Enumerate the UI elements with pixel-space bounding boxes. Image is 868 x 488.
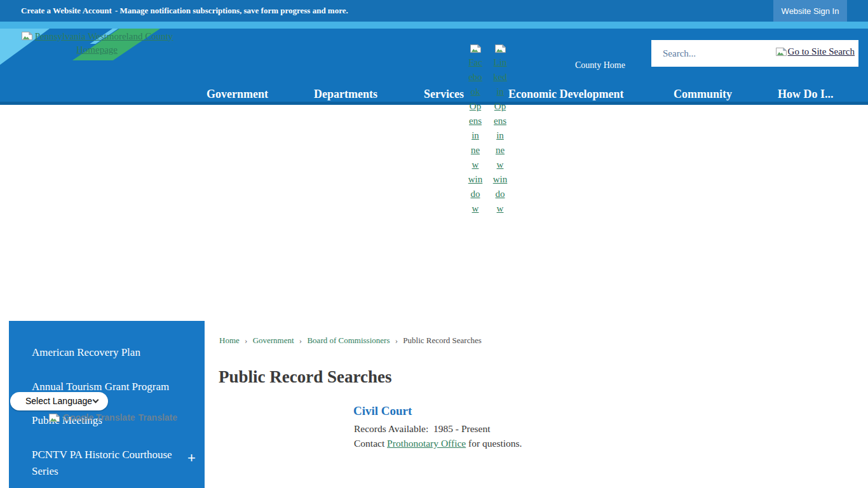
- site-header: Pennsylvania Westmoreland County Homepag…: [0, 29, 868, 105]
- google-translate-attribution[interactable]: Google TranslateTranslate: [48, 412, 177, 423]
- prothonotary-office-link[interactable]: Prothonotary Office: [387, 438, 466, 449]
- nav-how-do-i[interactable]: How Do I...: [778, 83, 834, 105]
- breadcrumb: Home › Government › Board of Commissione…: [219, 336, 482, 346]
- contact-prefix: Contact: [354, 438, 387, 449]
- linkedin-alt-line: ked: [489, 70, 511, 85]
- sidebar-item-pcntv-courthouse-series[interactable]: PCNTV PA Historic Courthouse Series: [32, 447, 182, 480]
- select-language-label: Select Language: [25, 396, 92, 406]
- linkedin-alt-line: in: [489, 128, 511, 143]
- civil-court-heading: Civil Court: [353, 404, 412, 418]
- facebook-alt-line: in: [465, 128, 486, 143]
- linkedin-alt-line: do: [489, 187, 511, 201]
- breadcrumb-separator: ›: [395, 336, 398, 345]
- facebook-alt-line: ne: [465, 143, 486, 158]
- breadcrumb-government[interactable]: Government: [253, 336, 294, 345]
- breadcrumb-board-of-commissioners[interactable]: Board of Commissioners: [307, 336, 390, 345]
- facebook-alt-line: Op: [465, 99, 486, 114]
- sidebar-expander-plus[interactable]: +: [187, 450, 196, 466]
- nav-departments[interactable]: Departments: [314, 83, 377, 105]
- linkedin-alt-line: Lin: [489, 55, 511, 70]
- linkedin-alt-line: Op: [489, 99, 511, 114]
- page-title: Public Record Searches: [219, 367, 391, 387]
- contact-suffix: for questions.: [466, 438, 522, 449]
- search-broken-image-icon: [775, 47, 787, 57]
- breadcrumb-separator: ›: [245, 336, 247, 345]
- account-message-bold: Create a Website Account: [21, 6, 112, 15]
- facebook-alt-line: do: [465, 187, 486, 201]
- chevron-down-icon: [93, 397, 99, 403]
- linkedin-alt-line: win: [489, 172, 511, 187]
- linkedin-alt-line: w: [489, 201, 511, 216]
- logo-alt-text: Pennsylvania Westmoreland County Homepag…: [35, 31, 173, 55]
- breadcrumb-current-page: Public Record Searches: [403, 336, 481, 345]
- account-message[interactable]: Create a Website Account- Manage notific…: [21, 0, 348, 22]
- header-accent-strip: [0, 22, 868, 29]
- facebook-link[interactable]: Fac ebo ok Op ens in ne w win do w: [465, 44, 486, 216]
- linkedin-alt-line: ens: [489, 114, 511, 128]
- breadcrumb-home[interactable]: Home: [219, 336, 240, 345]
- linkedin-alt-line: w: [489, 158, 511, 172]
- nav-government[interactable]: Government: [207, 83, 268, 105]
- linkedin-link[interactable]: Lin ked in Op ens in ne w win do w: [489, 44, 511, 216]
- linkedin-alt-line: ne: [489, 143, 511, 158]
- nav-economic-development[interactable]: Economic Development: [508, 83, 623, 105]
- logo-broken-image-icon: [21, 31, 33, 41]
- facebook-broken-image-icon: [470, 44, 482, 53]
- sidebar-item-american-recovery-plan[interactable]: American Recovery Plan: [32, 344, 182, 361]
- contact-text: Contact Prothonotary Office for question…: [354, 438, 522, 449]
- website-sign-in-button[interactable]: Website Sign In: [773, 0, 847, 22]
- search-box: Go to Site Search: [651, 40, 858, 67]
- go-to-site-search-link[interactable]: Go to Site Search: [775, 46, 855, 57]
- facebook-alt-line: ens: [465, 114, 486, 128]
- facebook-alt-line: ebo: [465, 70, 486, 85]
- nav-services[interactable]: Services: [424, 83, 464, 105]
- facebook-alt-line: w: [465, 201, 486, 216]
- google-translate-broken-image-icon: [48, 413, 60, 423]
- facebook-alt-line: ok: [465, 85, 486, 99]
- account-message-rest: - Manage notification subscriptions, sav…: [115, 6, 348, 15]
- top-account-bar: Create a Website Account- Manage notific…: [0, 0, 868, 22]
- select-language-dropdown[interactable]: Select Language: [10, 392, 108, 410]
- homepage-logo-link[interactable]: Pennsylvania Westmoreland County Homepag…: [19, 30, 175, 57]
- google-translate-alt-text: Google Translate: [63, 412, 135, 423]
- facebook-alt-line: Fac: [465, 55, 486, 70]
- linkedin-alt-line: in: [489, 85, 511, 99]
- translate-label: Translate: [139, 412, 177, 423]
- nav-community[interactable]: Community: [674, 83, 732, 105]
- search-input[interactable]: [661, 44, 766, 63]
- facebook-alt-line: win: [465, 172, 486, 187]
- facebook-alt-line: w: [465, 158, 486, 172]
- go-to-site-search-label: Go to Site Search: [788, 46, 855, 57]
- county-home-link[interactable]: County Home: [575, 60, 625, 71]
- linkedin-broken-image-icon: [494, 44, 506, 53]
- records-available-text: Records Available: 1985 - Present: [354, 423, 491, 435]
- breadcrumb-separator: ›: [299, 336, 302, 345]
